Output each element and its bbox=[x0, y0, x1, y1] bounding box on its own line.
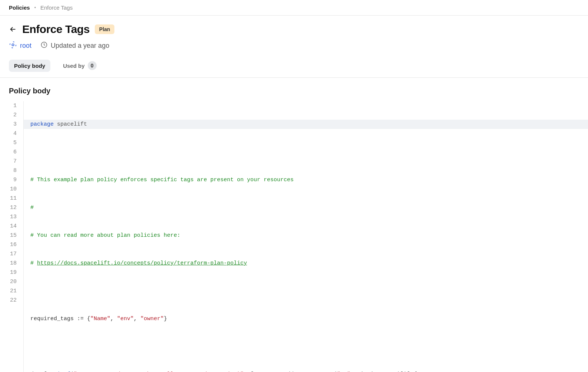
code-line: required_tags := {"Name", "env", "owner"… bbox=[30, 314, 588, 323]
line-number: 4 bbox=[0, 129, 17, 138]
breadcrumb-current: Enforce Tags bbox=[40, 4, 73, 11]
line-number: 7 bbox=[0, 157, 17, 166]
code-line: # This example plan policy enforces spec… bbox=[30, 175, 588, 185]
line-number: 3 bbox=[0, 120, 17, 129]
plan-badge: Plan bbox=[95, 24, 115, 34]
line-number: 9 bbox=[0, 175, 17, 185]
tab-used-by-count: 0 bbox=[88, 61, 97, 70]
tabs: Policy body Used by 0 bbox=[0, 58, 588, 78]
line-number: 19 bbox=[0, 268, 17, 277]
line-number: 16 bbox=[0, 240, 17, 249]
code-editor[interactable]: 12345678910111213141516171819202122 pack… bbox=[0, 101, 588, 372]
clock-icon bbox=[40, 41, 48, 50]
line-number: 1 bbox=[0, 101, 17, 110]
line-number: 14 bbox=[0, 222, 17, 231]
line-number: 6 bbox=[0, 147, 17, 157]
code-gutter: 12345678910111213141516171819202122 bbox=[0, 101, 24, 372]
line-number: 22 bbox=[0, 296, 17, 305]
updated-label: Updated a year ago bbox=[51, 42, 109, 50]
code-line bbox=[30, 147, 588, 157]
code-line: deny[sprintf("resource %q does not have … bbox=[30, 370, 588, 372]
breadcrumb-separator: • bbox=[34, 5, 36, 10]
scope-icon bbox=[9, 41, 17, 51]
line-number: 5 bbox=[0, 138, 17, 147]
code-line bbox=[30, 286, 588, 296]
scope-link[interactable]: root bbox=[9, 41, 31, 51]
line-number: 18 bbox=[0, 259, 17, 268]
page-title: Enforce Tags bbox=[22, 23, 90, 36]
updated-meta: Updated a year ago bbox=[40, 41, 109, 50]
line-number: 20 bbox=[0, 277, 17, 286]
section-title: Policy body bbox=[0, 78, 588, 101]
line-number: 21 bbox=[0, 286, 17, 296]
scope-label: root bbox=[20, 42, 31, 50]
tab-used-by[interactable]: Used by 0 bbox=[58, 58, 101, 73]
code-line: # You can read more about plan policies … bbox=[30, 231, 588, 240]
code-line: package spacelift bbox=[24, 120, 588, 129]
code-content[interactable]: package spacelift # This example plan po… bbox=[24, 101, 588, 372]
page-header: Enforce Tags Plan root Updated a year ag… bbox=[0, 16, 588, 51]
tab-used-by-label: Used by bbox=[63, 63, 84, 69]
code-line bbox=[30, 342, 588, 351]
line-number: 11 bbox=[0, 194, 17, 203]
line-number: 8 bbox=[0, 166, 17, 175]
breadcrumb-policies-link[interactable]: Policies bbox=[9, 4, 30, 11]
line-number: 15 bbox=[0, 231, 17, 240]
line-number: 2 bbox=[0, 110, 17, 120]
line-number: 12 bbox=[0, 203, 17, 212]
code-line: # https://docs.spacelift.io/concepts/pol… bbox=[30, 259, 588, 268]
line-number: 17 bbox=[0, 249, 17, 259]
back-arrow-icon[interactable] bbox=[9, 25, 17, 33]
tab-policy-body[interactable]: Policy body bbox=[9, 60, 50, 72]
line-number: 10 bbox=[0, 185, 17, 194]
svg-point-0 bbox=[12, 44, 14, 46]
breadcrumb: Policies • Enforce Tags bbox=[0, 0, 588, 16]
line-number: 13 bbox=[0, 212, 17, 222]
code-line: # bbox=[30, 203, 588, 212]
tab-policy-body-label: Policy body bbox=[14, 63, 45, 69]
